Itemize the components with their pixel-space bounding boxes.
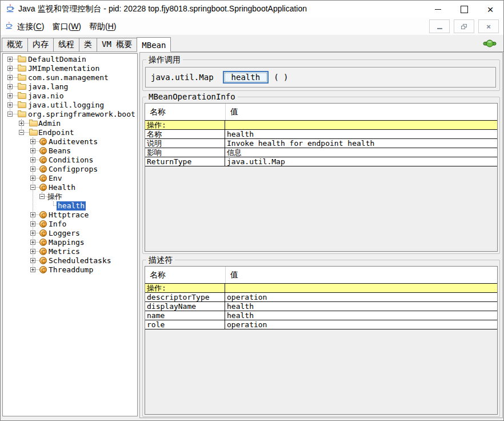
row-value-cell: 信息 — [225, 148, 497, 157]
tree-item-java.util.logging[interactable]: java.util.logging — [27, 101, 105, 110]
row-name-cell: 操作: — [145, 121, 225, 129]
table-row[interactable]: displayNamehealth — [145, 302, 497, 311]
tree-item-Info[interactable]: Info — [47, 220, 67, 229]
table-row[interactable]: descriptorTypeoperation — [145, 293, 497, 302]
expand-icon[interactable] — [7, 102, 13, 108]
tree-item-Env[interactable]: Env — [47, 174, 63, 183]
expand-icon[interactable] — [30, 157, 35, 162]
expand-icon[interactable] — [30, 240, 35, 245]
menu-item-H[interactable]: 帮助(H) — [85, 19, 120, 33]
tab-内存[interactable]: 内存 — [27, 38, 54, 52]
menu-item-C[interactable]: 连接(C) — [13, 19, 48, 33]
expand-icon[interactable] — [30, 212, 35, 217]
tree-item-com.sun.management[interactable]: com.sun.management — [27, 73, 110, 82]
descriptor-group: 描述符 名称值操作:descriptorTypeoperationdisplay… — [142, 260, 500, 417]
tab-线程[interactable]: 线程 — [53, 38, 79, 52]
column-header-2: 值 — [225, 104, 497, 120]
table-row[interactable]: 说明Invoke health for endpoint health — [145, 139, 497, 148]
tree-row: Metrics — [3, 247, 137, 256]
row-name-cell: 说明 — [145, 139, 225, 148]
table-row[interactable]: roleoperation — [145, 320, 497, 329]
tab-类[interactable]: 类 — [79, 38, 97, 52]
tree-item-java.lang[interactable]: java.lang — [27, 82, 69, 92]
expand-icon[interactable] — [7, 75, 13, 80]
frame-restore-button[interactable] — [454, 19, 474, 33]
expand-icon[interactable] — [30, 166, 35, 172]
minimize-button[interactable] — [425, 1, 451, 18]
frame-restore-icon — [461, 24, 467, 29]
tree-item-Metrics[interactable]: Metrics — [47, 247, 81, 256]
tree-item-Httptrace[interactable]: Httptrace — [47, 210, 90, 220]
tree-item-org.springframework.boot[interactable]: org.springframework.boot — [27, 110, 137, 119]
tree-connector — [35, 269, 39, 270]
tree-item-Threaddump[interactable]: Threaddump — [47, 265, 94, 275]
invoke-health-button[interactable]: health — [223, 71, 269, 84]
tree-item-health[interactable]: health — [57, 201, 86, 210]
tab-概览[interactable]: 概览 — [2, 38, 28, 52]
table-row[interactable]: 名称health — [145, 130, 497, 139]
menu-item-W[interactable]: 窗口(W) — [48, 19, 85, 33]
tree-row: com.sun.management — [3, 73, 137, 82]
tree-item-DefaultDomain[interactable]: DefaultDomain — [27, 55, 87, 64]
expand-icon[interactable] — [19, 121, 24, 126]
mbean-icon — [39, 229, 47, 237]
folder-icon — [18, 112, 26, 117]
tree-connector — [35, 169, 39, 169]
row-name-cell: 操作: — [145, 284, 225, 292]
tree-item-Beans[interactable]: Beans — [47, 146, 72, 156]
tab-MBean[interactable]: MBean — [137, 37, 171, 52]
tree-connector — [13, 105, 18, 105]
close-button[interactable]: × — [477, 1, 503, 18]
tree-item-Mappings[interactable]: Mappings — [47, 238, 86, 247]
expand-icon[interactable] — [30, 221, 35, 227]
collapse-icon[interactable] — [7, 112, 13, 117]
collapse-icon[interactable] — [39, 194, 45, 199]
tree-item-Auditevents[interactable]: Auditevents — [47, 137, 99, 146]
tab-bar: 概览内存线程类VM 概要MBean — [1, 35, 503, 52]
tree-item-Loggers[interactable]: Loggers — [47, 229, 81, 238]
menu-items: 连接(C)窗口(W)帮助(H) — [13, 21, 121, 32]
expand-icon[interactable] — [30, 231, 35, 236]
tree-connector — [35, 141, 39, 142]
expand-icon[interactable] — [30, 139, 35, 144]
table-row[interactable]: 操作: — [145, 121, 497, 130]
operation-invoke-group: 操作调用 java.util.Map health ( ) — [142, 59, 500, 91]
tree-item-Configprops[interactable]: Configprops — [47, 165, 99, 174]
mbean-icon — [39, 248, 47, 255]
collapse-icon[interactable] — [19, 130, 24, 135]
frame-minimize-button[interactable] — [429, 19, 450, 33]
tab-VM-概要[interactable]: VM 概要 — [97, 38, 137, 52]
expand-icon[interactable] — [7, 66, 13, 71]
tree-connector — [35, 215, 39, 215]
tree-item-Health[interactable]: Health — [47, 183, 77, 192]
tree-row: Conditions — [3, 156, 137, 165]
row-value-cell: java.util.Map — [225, 157, 497, 166]
tree-item-操作[interactable]: 操作 — [46, 192, 63, 201]
tree-item-JMImplementation[interactable]: JMImplementation — [27, 64, 101, 73]
tree-connector — [35, 242, 39, 243]
tree-row: DefaultDomain — [3, 55, 137, 64]
expand-icon[interactable] — [7, 84, 13, 89]
table-row[interactable]: ReturnTypejava.util.Map — [145, 157, 497, 166]
expand-icon[interactable] — [30, 176, 35, 181]
window-title: Java 监视和管理控制台 - pid: 20228 top.fjy8018.s… — [18, 4, 307, 14]
table-row[interactable]: 操作: — [145, 284, 497, 293]
expand-icon[interactable] — [7, 57, 13, 62]
expand-icon[interactable] — [7, 93, 13, 98]
frame-close-button[interactable]: × — [478, 19, 499, 33]
expand-icon[interactable] — [30, 267, 35, 272]
expand-icon[interactable] — [30, 249, 35, 254]
collapse-icon[interactable] — [30, 185, 35, 190]
table-row[interactable]: namehealth — [145, 311, 497, 320]
tree-item-Conditions[interactable]: Conditions — [47, 156, 94, 165]
table-row[interactable]: 影响信息 — [145, 148, 497, 157]
operation-invoke-title: 操作调用 — [146, 55, 183, 65]
tree-item-java.nio[interactable]: java.nio — [27, 92, 65, 101]
expand-icon[interactable] — [30, 258, 35, 263]
tree-connector — [35, 160, 39, 160]
expand-icon[interactable] — [30, 148, 35, 153]
maximize-button[interactable] — [451, 1, 477, 18]
tree-item-Admin[interactable]: Admin — [37, 119, 62, 128]
tree-item-Scheduledtasks[interactable]: Scheduledtasks — [47, 256, 113, 265]
tree-item-Endpoint[interactable]: Endpoint — [37, 128, 75, 137]
